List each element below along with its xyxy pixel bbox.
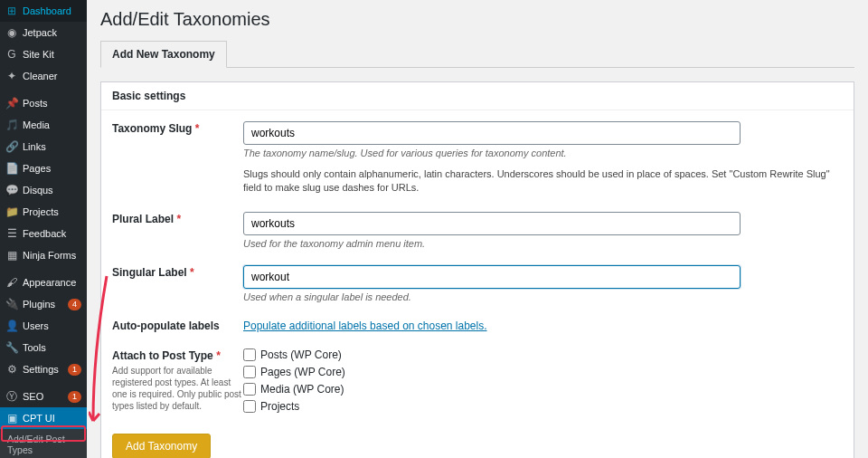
users-icon: 👤 xyxy=(5,320,18,332)
links-icon: 🔗 xyxy=(5,140,18,153)
sidebar-item-jetpack[interactable]: ◉Jetpack xyxy=(0,22,87,43)
plural-label-label: Plural Label * xyxy=(112,213,181,225)
autopopulate-label: Auto-populate labels xyxy=(112,320,220,332)
sidebar-item-sitekit[interactable]: GSite Kit xyxy=(0,43,87,65)
settings-icon: ⚙ xyxy=(5,363,18,376)
settings-badge: 1 xyxy=(68,364,81,376)
tab-add-new-taxonomy[interactable]: Add New Taxonomy xyxy=(100,41,227,68)
feedback-icon: ☰ xyxy=(5,227,18,240)
singular-label-desc: Used when a singular label is needed. xyxy=(243,291,843,302)
projects-icon: 📁 xyxy=(5,205,18,218)
cleaner-icon: ✦ xyxy=(5,70,18,82)
singular-label-input[interactable] xyxy=(243,265,741,289)
taxonomy-slug-desc: The taxonomy name/slug. Used for various… xyxy=(243,148,843,158)
sidebar-item-projects[interactable]: 📁Projects xyxy=(0,201,87,223)
dashboard-icon: ⊞ xyxy=(5,5,18,17)
appearance-icon: 🖌 xyxy=(5,276,18,289)
sidebar-item-tools[interactable]: 🔧Tools xyxy=(0,337,87,358)
sidebar-item-media[interactable]: 🎵Media xyxy=(0,114,87,136)
attach-media-checkbox[interactable] xyxy=(243,383,256,396)
sidebar-item-disqus[interactable]: 💬Disqus xyxy=(0,179,87,201)
sidebar-item-links[interactable]: 🔗Links xyxy=(0,136,87,157)
taxonomy-slug-input[interactable] xyxy=(243,121,741,145)
plural-label-desc: Used for the taxonomy admin menu item. xyxy=(243,238,843,249)
taxonomy-slug-label: Taxonomy Slug * xyxy=(112,122,199,135)
panel-heading: Basic settings xyxy=(101,82,854,110)
seo-badge: 1 xyxy=(68,391,81,403)
attach-posts-checkbox[interactable] xyxy=(243,348,256,361)
seo-icon: Ⓨ xyxy=(5,390,18,403)
cptui-icon: ▣ xyxy=(5,412,18,425)
sidebar-item-posts[interactable]: 📌Posts xyxy=(0,92,87,114)
sidebar-item-plugins[interactable]: 🔌Plugins4 xyxy=(0,293,87,315)
jetpack-icon: ◉ xyxy=(5,26,18,39)
sidebar-item-users[interactable]: 👤Users xyxy=(0,315,87,337)
sitekit-icon: G xyxy=(5,48,18,61)
posts-icon: 📌 xyxy=(5,97,18,110)
sidebar-item-cptui[interactable]: ▣CPT UI xyxy=(0,407,87,429)
cptui-submenu: Add/Edit Post Types Add/Edit Taxonomies … xyxy=(0,429,87,458)
main-content: Add/Edit Taxonomies Add New Taxonomy Bas… xyxy=(87,0,868,458)
disqus-icon: 💬 xyxy=(5,184,18,196)
singular-label-label: Singular Label * xyxy=(112,266,194,279)
attach-posttype-label: Attach to Post Type * xyxy=(112,349,221,362)
plural-label-input[interactable] xyxy=(243,212,741,235)
plugins-icon: 🔌 xyxy=(5,298,18,310)
sidebar-item-ninjaforms[interactable]: ▦Ninja Forms xyxy=(0,244,87,266)
sidebar-item-dashboard[interactable]: ⊞Dashboard xyxy=(0,0,87,22)
attach-media-label: Media (WP Core) xyxy=(260,383,344,396)
media-icon: 🎵 xyxy=(5,119,18,131)
admin-sidebar: ⊞Dashboard ◉Jetpack GSite Kit ✦Cleaner 📌… xyxy=(0,0,87,458)
taxonomy-slug-note: Slugs should only contain alphanumeric, … xyxy=(243,167,843,196)
plugins-badge: 4 xyxy=(68,299,81,310)
sidebar-item-settings[interactable]: ⚙Settings1 xyxy=(0,358,87,380)
basic-settings-panel: Basic settings Taxonomy Slug * The taxon… xyxy=(100,81,854,458)
tools-icon: 🔧 xyxy=(5,341,18,354)
sidebar-item-seo[interactable]: ⓎSEO1 xyxy=(0,386,87,407)
pages-icon: 📄 xyxy=(5,162,18,175)
attach-pages-label: Pages (WP Core) xyxy=(260,366,345,378)
attach-projects-checkbox[interactable] xyxy=(243,400,256,413)
add-taxonomy-button[interactable]: Add Taxonomy xyxy=(112,434,211,458)
attach-posts-label: Posts (WP Core) xyxy=(260,348,342,361)
attach-posttype-help: Add support for available registered pos… xyxy=(112,365,243,412)
tab-bar: Add New Taxonomy xyxy=(100,41,854,68)
attach-pages-checkbox[interactable] xyxy=(243,366,256,378)
ninjaforms-icon: ▦ xyxy=(5,249,18,262)
submenu-add-edit-post-types[interactable]: Add/Edit Post Types xyxy=(0,429,87,458)
attach-projects-label: Projects xyxy=(260,400,299,413)
sidebar-item-pages[interactable]: 📄Pages xyxy=(0,157,87,179)
sidebar-item-cleaner[interactable]: ✦Cleaner xyxy=(0,65,87,87)
sidebar-item-appearance[interactable]: 🖌Appearance xyxy=(0,272,87,293)
sidebar-item-feedback[interactable]: ☰Feedback xyxy=(0,223,87,244)
page-title: Add/Edit Taxonomies xyxy=(100,9,854,30)
autopopulate-link[interactable]: Populate additional labels based on chos… xyxy=(243,320,487,332)
